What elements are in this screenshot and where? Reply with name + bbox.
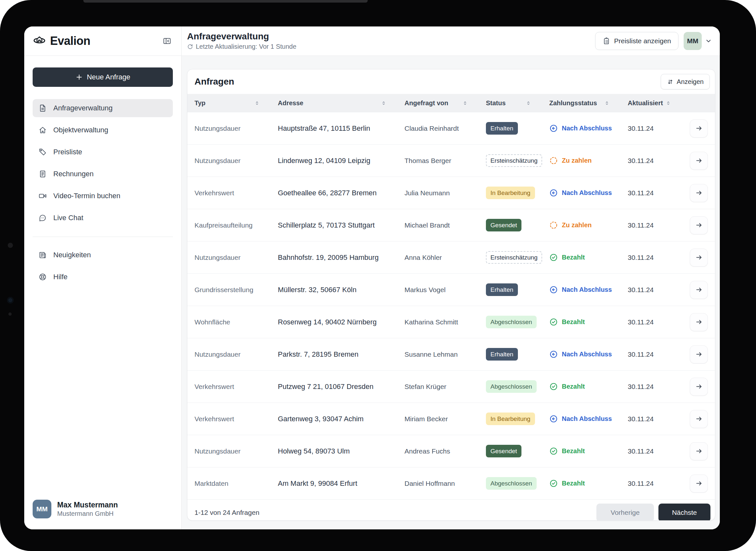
column-header-adresse[interactable]: Adresse (278, 99, 405, 107)
open-request-button[interactable] (690, 442, 708, 460)
table-row[interactable]: Verkehrswert Putzweg 7 21, 01067 Dresden… (187, 370, 715, 403)
payment-status-icon (549, 286, 558, 294)
open-request-button[interactable] (690, 346, 708, 364)
account-menu[interactable]: MM (684, 32, 712, 50)
column-header-aktualisiert[interactable]: Aktualisiert (628, 99, 689, 107)
address-cell: Hauptstraße 47, 10115 Berlin (278, 124, 405, 133)
main-area: Anfrageverwaltung Letzte Aktualisierung:… (182, 26, 720, 529)
address-cell: Putzweg 7 21, 01067 Dresden (278, 383, 405, 391)
table-row[interactable]: Nutzungsdauer Lindenweg 12, 04109 Leipzi… (187, 144, 715, 176)
arrow-right-icon (695, 286, 703, 294)
requested-by-cell: Michael Brandt (405, 221, 486, 229)
view-button[interactable]: Anzeigen (661, 74, 710, 89)
updated-cell: 30.11.24 (628, 383, 689, 391)
payment-status-cell: Nach Abschluss (549, 350, 628, 359)
last-update-text: Letzte Aktualisierung: Vor 1 Stunde (196, 43, 296, 50)
evalion-logo-icon (33, 34, 46, 48)
topbar-actions: Preisliste anzeigen MM (595, 32, 712, 50)
address-cell: Rosenweg 14, 90402 Nürnberg (278, 318, 405, 326)
sidebar-user-profile[interactable]: MM Max Mustermann Mustermann GmbH (24, 492, 181, 529)
sidebar-item-objektverwaltung[interactable]: Objektverwaltung (33, 121, 173, 139)
sidebar-item-rechnungen[interactable]: Rechnungen (33, 165, 173, 183)
open-request-button[interactable] (690, 152, 708, 170)
sidebar-item-anfrageverwaltung[interactable]: Anfrageverwaltung (33, 99, 173, 117)
type-cell: Grundrisserstellung (195, 286, 278, 294)
table-row[interactable]: Nutzungsdauer Holweg 54, 89073 Ulm Andre… (187, 435, 715, 467)
requested-by-cell: Stefan Krüger (405, 383, 486, 391)
sidebar-item-video-termin[interactable]: Video-Termin buchen (33, 187, 173, 205)
open-request-button[interactable] (690, 216, 708, 234)
payment-status-cell: Bezahlt (549, 253, 628, 262)
sidebar-item-hilfe[interactable]: Hilfe (33, 268, 173, 286)
payment-status-icon (549, 479, 558, 488)
type-cell: Verkehrswert (195, 189, 278, 197)
open-request-button[interactable] (690, 475, 708, 493)
avatar: MM (33, 500, 51, 518)
table-row[interactable]: Verkehrswert Goetheallee 66, 28277 Breme… (187, 176, 715, 209)
previous-page-button[interactable]: Vorherige (596, 504, 654, 521)
open-request-button[interactable] (690, 313, 708, 331)
requested-by-cell: Thomas Berger (405, 157, 486, 165)
open-request-button[interactable] (690, 119, 708, 137)
status-badge: Erhalten (486, 348, 518, 361)
open-request-button[interactable] (690, 410, 708, 428)
chat-bubble-icon (38, 214, 47, 222)
table-row[interactable]: Wohnfläche Rosenweg 14, 90402 Nürnberg K… (187, 306, 715, 338)
arrow-right-icon (695, 480, 703, 487)
sidebar-secondary-nav: Neuigkeiten Hilfe (33, 246, 173, 286)
status-badge: Abgeschlossen (486, 477, 537, 490)
requested-by-cell: Markus Vogel (405, 286, 486, 294)
sidebar-item-preisliste[interactable]: Preisliste (33, 143, 173, 161)
status-badge: Gesendet (486, 445, 521, 457)
bezel-camera-dot (7, 297, 14, 304)
address-cell: Schillerplatz 5, 70173 Stuttgart (278, 221, 405, 229)
table-row[interactable]: Verkehrswert Gartenweg 3, 93047 Achim Mi… (187, 403, 715, 435)
new-request-button[interactable]: Neue Anfrage (33, 67, 173, 87)
payment-status-cell: Nach Abschluss (549, 124, 628, 133)
status-badge: Abgeschlossen (486, 316, 537, 328)
sidebar-item-neuigkeiten[interactable]: Neuigkeiten (33, 246, 173, 264)
clipboard-icon (602, 37, 610, 45)
payment-status-cell: Zu zahlen (549, 156, 628, 165)
payment-status-label: Nach Abschluss (562, 415, 612, 423)
requested-by-cell: Katharina Schmitt (405, 318, 486, 326)
requested-by-cell: Susanne Lehman (405, 351, 486, 358)
open-request-button[interactable] (690, 184, 708, 202)
arrow-right-icon (695, 415, 703, 423)
type-cell: Nutzungsdauer (195, 125, 278, 132)
column-header-angefragt-von[interactable]: Angefragt von (405, 99, 486, 107)
next-page-button[interactable]: Nächste (659, 504, 711, 521)
avatar: MM (684, 32, 702, 50)
type-cell: Wohnfläche (195, 318, 278, 326)
payment-status-icon (549, 382, 558, 391)
table-row[interactable]: Nutzungsdauer Hauptstraße 47, 10115 Berl… (187, 112, 715, 144)
table-body: Nutzungsdauer Hauptstraße 47, 10115 Berl… (187, 112, 715, 499)
table-row[interactable]: Nutzungsdauer Parkstr. 7, 28195 Bremen S… (187, 338, 715, 370)
sidebar-collapse-button[interactable] (161, 35, 173, 47)
open-request-button[interactable] (690, 248, 708, 266)
column-header-zahlungsstatus[interactable]: Zahlungsstatus (549, 99, 628, 107)
type-cell: Nutzungsdauer (195, 254, 278, 261)
table-header-row: Typ Adresse Angefragt von Status (187, 94, 715, 112)
column-header-typ[interactable]: Typ (195, 99, 278, 107)
table-row[interactable]: Nutzungsdauer Bahnhofstr. 19, 20095 Hamb… (187, 241, 715, 273)
content-area: Anfragen Anzeigen Typ (182, 56, 720, 529)
show-pricelist-button[interactable]: Preisliste anzeigen (595, 32, 679, 50)
sidebar-item-live-chat[interactable]: Live Chat (33, 209, 173, 227)
status-cell: Abgeschlossen (486, 380, 549, 393)
sort-icon (254, 100, 260, 106)
status-cell: Erhalten (486, 348, 549, 361)
table-row[interactable]: Kaufpreisaufteilung Schillerplatz 5, 701… (187, 209, 715, 241)
type-cell: Kaufpreisaufteilung (195, 221, 278, 229)
column-header-status[interactable]: Status (486, 99, 549, 107)
table-row[interactable]: Grundrisserstellung Müllerstr. 32, 50667… (187, 273, 715, 306)
status-badge: In Bearbeitung (486, 413, 535, 425)
status-badge: Ersteinschätzung (486, 251, 542, 264)
status-cell: In Bearbeitung (486, 413, 549, 425)
table-row[interactable]: Marktdaten Am Markt 9, 99084 Erfurt Dani… (187, 467, 715, 499)
open-request-button[interactable] (690, 281, 708, 299)
payment-status-icon (549, 221, 558, 229)
logo: Evalion (33, 34, 90, 48)
payment-status-label: Nach Abschluss (562, 125, 612, 132)
open-request-button[interactable] (690, 378, 708, 396)
